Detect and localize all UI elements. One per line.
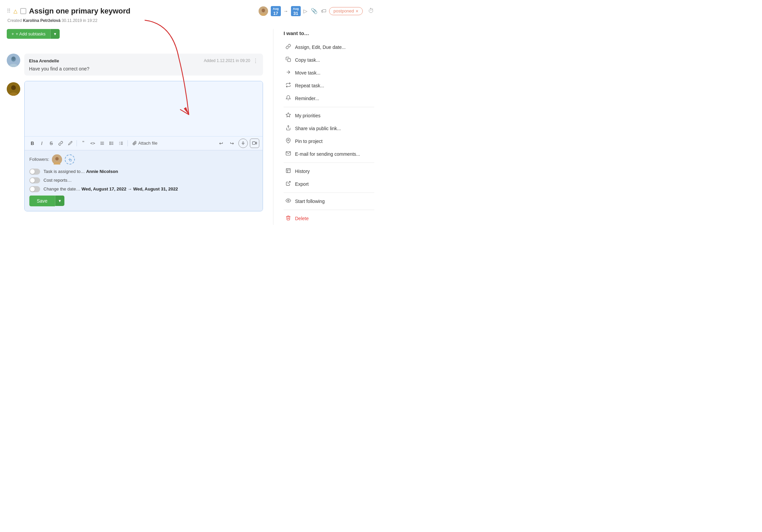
action-repeat[interactable]: Repeat task... (284, 79, 374, 92)
action-assign[interactable]: Assign, Edit, Due date... (284, 41, 374, 54)
numbered-list-button[interactable]: 123 (117, 140, 125, 147)
drag-handle-icon[interactable]: ⠿ (7, 8, 11, 14)
toggle-3[interactable] (29, 186, 40, 192)
date-badge-to[interactable]: Aug 31 (291, 6, 301, 16)
editor-block: B I S " <> (7, 81, 263, 211)
email-icon (285, 151, 292, 157)
date-badge-from[interactable]: Aug 17 (271, 6, 281, 16)
clock-icon[interactable]: ⏱ (368, 7, 374, 14)
tag-icon[interactable]: 🏷 (321, 8, 326, 14)
add-follower-button[interactable] (65, 154, 75, 165)
postponed-close-icon[interactable]: × (356, 8, 358, 14)
main-layout: + + Add subtasks ▾ Elsa Arendelle Added … (7, 29, 374, 225)
microphone-button[interactable] (238, 139, 248, 148)
comment-bubble: Elsa Arendelle Added 1.12.2021 in 09:20 … (24, 54, 263, 76)
pin-icon (285, 138, 292, 145)
share-icon (285, 125, 292, 132)
svg-marker-37 (286, 113, 290, 117)
editor-avatar (7, 82, 20, 96)
add-subtasks-button[interactable]: + + Add subtasks ▾ (7, 29, 60, 39)
toggle-1[interactable] (29, 169, 40, 175)
toggle-2[interactable] (29, 177, 40, 183)
play-icon[interactable]: ▷ (303, 8, 307, 14)
divider-2 (284, 162, 374, 163)
warning-icon: △ (13, 8, 18, 14)
action-email[interactable]: E-mail for sending comments... (284, 148, 374, 160)
paperclip-icon[interactable]: 📎 (311, 8, 318, 14)
video-button[interactable] (250, 139, 259, 148)
task-header: ⠿ △ Assign one primary keyword Aug 17 → … (7, 6, 374, 16)
action-reminder-label: Reminder... (295, 96, 319, 101)
postponed-badge[interactable]: postponed × (329, 7, 363, 15)
comment-input[interactable] (25, 81, 263, 135)
divider-3 (284, 193, 374, 193)
italic-button[interactable]: I (37, 139, 46, 147)
svg-point-1 (262, 8, 265, 12)
followers-label: Followers: (29, 157, 49, 162)
svg-marker-28 (256, 142, 257, 144)
action-history[interactable]: History (284, 165, 374, 178)
comment-text: Have you find a correct one? (29, 66, 258, 71)
divider-4 (284, 210, 374, 210)
action-delete-label: Delete (295, 216, 309, 221)
comment-date: Added 1.12.2021 in 09:20 (204, 58, 250, 63)
code-button[interactable]: <> (88, 140, 97, 147)
toolbar-right: ↩ ↪ (217, 139, 259, 148)
link-button[interactable] (56, 140, 65, 147)
avatar (259, 6, 268, 16)
action-history-label: History (295, 169, 310, 174)
follower-avatar-1 (52, 154, 62, 165)
action-assign-label: Assign, Edit, Due date... (295, 45, 346, 50)
action-export[interactable]: Export (284, 178, 374, 190)
action-pin-label: Pin to project (295, 139, 323, 144)
editor-container: B I S " <> (24, 81, 263, 211)
notification-row-1: Task is assigned to… Annie Nicolson (29, 169, 258, 175)
save-row: Save ▾ (29, 196, 258, 206)
pen-button[interactable] (66, 140, 75, 147)
redo-button[interactable]: ↪ (228, 139, 236, 147)
notification-row-3: Change the date… Wed, August 17, 2022 → … (29, 186, 258, 192)
add-subtasks-plus-icon: + (11, 31, 14, 36)
date-arrow-icon: → (284, 8, 288, 14)
comment-header: Elsa Arendelle Added 1.12.2021 in 09:20 … (29, 58, 258, 64)
add-subtasks-arrow-icon[interactable]: ▾ (50, 29, 60, 39)
svg-point-17 (110, 143, 110, 144)
svg-rect-27 (253, 142, 256, 144)
action-reminder[interactable]: Reminder... (284, 92, 374, 105)
comment-avatar (7, 54, 20, 67)
action-share-label: Share via public link... (295, 126, 341, 131)
save-button[interactable]: Save (29, 196, 55, 206)
action-copy[interactable]: Copy task... (284, 54, 374, 66)
action-follow[interactable]: Start following (284, 195, 374, 208)
svg-point-18 (110, 144, 110, 145)
history-icon (285, 168, 292, 175)
action-delete[interactable]: Delete (284, 212, 374, 225)
i-want-to-title: I want to… (284, 30, 374, 36)
action-copy-label: Copy task... (295, 57, 320, 63)
action-priorities[interactable]: My priorities (284, 109, 374, 122)
action-share[interactable]: Share via public link... (284, 122, 374, 135)
editor-toolbar: B I S " <> (25, 136, 263, 150)
add-subtasks-label: + Add subtasks (16, 31, 46, 36)
action-move-label: Move task... (295, 70, 320, 76)
action-pin[interactable]: Pin to project (284, 135, 374, 148)
attach-file-button[interactable]: Attach file (130, 140, 160, 147)
svg-rect-41 (286, 169, 290, 173)
comment-author: Elsa Arendelle (29, 58, 59, 63)
right-panel: I want to… Assign, Edit, Due date... Cop… (273, 29, 374, 225)
align-button[interactable] (98, 140, 107, 147)
svg-point-39 (288, 139, 289, 141)
bullet-list-button[interactable] (107, 140, 116, 147)
link-icon (285, 44, 292, 51)
strikethrough-button[interactable]: S (47, 139, 56, 147)
star-icon (285, 112, 292, 119)
svg-rect-25 (243, 142, 244, 144)
bold-button[interactable]: B (28, 139, 37, 147)
undo-button[interactable]: ↩ (217, 139, 226, 147)
repeat-icon (285, 82, 292, 89)
task-checkbox[interactable] (20, 8, 26, 14)
quote-button[interactable]: " (79, 139, 88, 148)
comment-more-icon[interactable]: ⋮ (253, 58, 258, 64)
save-arrow-button[interactable]: ▾ (55, 196, 64, 206)
action-move[interactable]: Move task... (284, 66, 374, 79)
